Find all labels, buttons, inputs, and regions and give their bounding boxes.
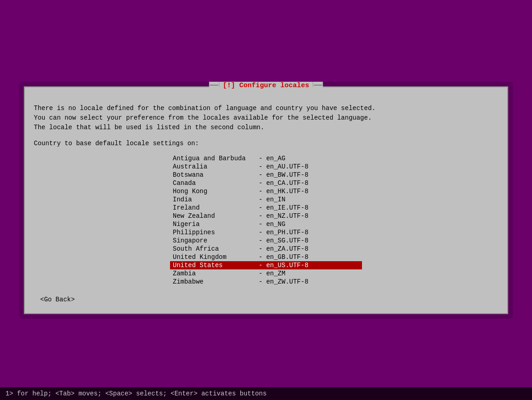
locale-code: en_HK.UTF-8	[266, 188, 308, 195]
locale-code: en_ZA.UTF-8	[266, 245, 308, 253]
locale-code: en_NZ.UTF-8	[266, 212, 308, 220]
locale-code: en_US.UTF-8	[266, 262, 308, 269]
locale-separator: -	[259, 253, 262, 261]
locale-separator: -	[259, 188, 262, 195]
locale-country: United States	[173, 262, 255, 269]
dialog-box: ── [!] Configure locales ── There is no …	[24, 86, 508, 314]
locale-code: en_GB.UTF-8	[266, 253, 308, 261]
locale-code: en_AU.UTF-8	[266, 163, 308, 170]
go-back-button[interactable]: <Go Back>	[38, 295, 77, 304]
locale-item[interactable]: Nigeria - en_NG	[170, 220, 362, 228]
locale-separator: -	[259, 229, 262, 236]
locale-separator: -	[259, 221, 262, 228]
locale-country: Ireland	[173, 204, 255, 211]
locale-code: en_ZW.UTF-8	[266, 278, 308, 285]
desc-line-3: The locale that will be used is listed i…	[34, 123, 498, 132]
locale-code: en_ZM	[266, 270, 285, 277]
locale-item[interactable]: Canada - en_CA.UTF-8	[170, 179, 362, 187]
locale-separator: -	[259, 171, 262, 179]
dialog-title-bar: ── [!] Configure locales ──	[209, 82, 323, 89]
locale-code: en_BW.UTF-8	[266, 171, 308, 179]
terminal-outer: ── [!] Configure locales ── There is no …	[19, 82, 513, 319]
description-text: There is no locale defined for the combi…	[34, 104, 498, 132]
locale-item[interactable]: Australia - en_AU.UTF-8	[170, 163, 362, 171]
dialog-content: There is no locale defined for the combi…	[34, 104, 498, 304]
locale-item[interactable]: United States - en_US.UTF-8	[170, 261, 362, 269]
locale-country: Zimbabwe	[173, 278, 255, 285]
bottom-buttons: <Go Back>	[34, 295, 498, 304]
locale-separator: -	[259, 245, 262, 253]
locale-item[interactable]: Singapore - en_SG.UTF-8	[170, 237, 362, 245]
locale-item[interactable]: India - en_IN	[170, 195, 362, 204]
locale-item[interactable]: Antigua and Barbuda - en_AG	[170, 154, 362, 163]
locale-country: New Zealand	[173, 212, 255, 220]
locale-country: Singapore	[173, 237, 255, 244]
locale-item[interactable]: Zambia - en_ZM	[170, 269, 362, 278]
status-bar: 1> for help; <Tab> moves; <Space> select…	[0, 387, 532, 400]
locale-country: Australia	[173, 163, 255, 170]
locale-item[interactable]: South Africa - en_ZA.UTF-8	[170, 245, 362, 253]
locale-country: Canada	[173, 179, 255, 187]
locale-country: Philippines	[173, 229, 255, 236]
title-right-dashes: ──	[313, 82, 323, 89]
locale-separator: -	[259, 278, 262, 285]
locale-separator: -	[259, 212, 262, 220]
locale-country: Zambia	[173, 270, 255, 277]
dialog-title: [!] Configure locales	[219, 82, 313, 89]
title-left-dashes: ──	[209, 82, 219, 89]
locale-code: en_PH.UTF-8	[266, 229, 308, 236]
locale-country: Nigeria	[173, 221, 255, 228]
locale-country: Antigua and Barbuda	[173, 155, 255, 162]
locale-code: en_NG	[266, 221, 285, 228]
desc-line-1: There is no locale defined for the combi…	[34, 104, 498, 113]
locale-item[interactable]: Hong Kong - en_HK.UTF-8	[170, 187, 362, 195]
locale-code: en_IE.UTF-8	[266, 204, 308, 211]
locale-code: en_IN	[266, 196, 285, 203]
locale-item[interactable]: United Kingdom - en_GB.UTF-8	[170, 253, 362, 261]
locale-separator: -	[259, 163, 262, 170]
locale-country: Hong Kong	[173, 188, 255, 195]
locale-code: en_SG.UTF-8	[266, 237, 308, 244]
locale-item[interactable]: New Zealand - en_NZ.UTF-8	[170, 212, 362, 220]
locale-country: Botswana	[173, 171, 255, 179]
locale-item[interactable]: Ireland - en_IE.UTF-8	[170, 204, 362, 212]
locale-separator: -	[259, 262, 262, 269]
locale-item[interactable]: Zimbabwe - en_ZW.UTF-8	[170, 278, 362, 286]
locale-separator: -	[259, 155, 262, 162]
locale-country: India	[173, 196, 255, 203]
locale-separator: -	[259, 204, 262, 211]
locale-separator: -	[259, 237, 262, 244]
locale-item[interactable]: Philippines - en_PH.UTF-8	[170, 228, 362, 237]
locale-country: United Kingdom	[173, 253, 255, 261]
locale-item[interactable]: Botswana - en_BW.UTF-8	[170, 171, 362, 179]
locale-list: Antigua and Barbuda - en_AGAustralia - e…	[34, 154, 498, 286]
locale-separator: -	[259, 179, 262, 187]
desc-line-2: You can now select your preference from …	[34, 113, 498, 123]
locale-country: South Africa	[173, 245, 255, 253]
locale-separator: -	[259, 196, 262, 203]
locale-code: en_AG	[266, 155, 285, 162]
locale-separator: -	[259, 270, 262, 277]
locale-code: en_CA.UTF-8	[266, 179, 308, 187]
section-label: Country to base default locale settings …	[34, 140, 498, 147]
